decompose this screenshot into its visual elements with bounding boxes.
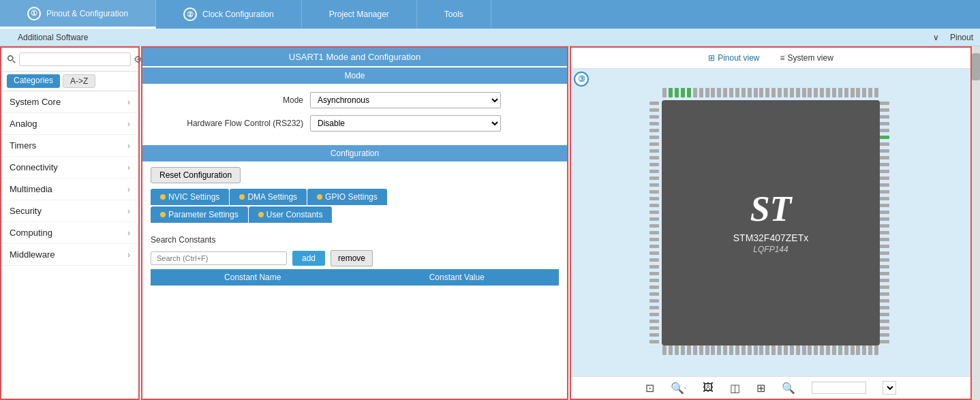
pin [880, 122, 889, 125]
reset-configuration-button[interactable]: Reset Configuration [151, 167, 241, 183]
pin [880, 320, 889, 323]
chevron-right-icon: › [127, 119, 130, 129]
toolbar-search-input[interactable] [812, 382, 866, 394]
pin [880, 292, 889, 296]
sidebar-item-security[interactable]: Security › [1, 200, 138, 222]
pin [649, 176, 659, 180]
pin [662, 345, 667, 355]
sidebar-item-middleware[interactable]: Middleware › [1, 244, 138, 266]
pin [649, 286, 659, 289]
pin [880, 136, 889, 139]
tab-dot-icon [258, 212, 264, 217]
pin [735, 88, 739, 97]
pin [687, 88, 691, 97]
flow-control-select[interactable]: Disable [310, 115, 501, 132]
pin [880, 258, 889, 262]
split-button[interactable]: ⊞ [756, 382, 765, 395]
pin [880, 163, 889, 166]
pin [880, 102, 889, 105]
search-icon [7, 55, 16, 64]
pin [754, 88, 758, 97]
top-tab-bar: ① Pinout & Configuration ② Clock Configu… [0, 0, 980, 29]
tab-tools[interactable]: Tools [417, 0, 491, 29]
secondary-tab-additional[interactable]: Additional Software [7, 31, 99, 44]
pin [649, 197, 659, 200]
pin [880, 238, 889, 241]
pin [880, 129, 889, 132]
pin [880, 272, 889, 275]
remove-button[interactable]: remove [331, 250, 373, 266]
sidebar-item-analog[interactable]: Analog › [1, 113, 138, 135]
pin [649, 115, 659, 119]
category-tab-categories[interactable]: Categories [7, 74, 60, 88]
pin [699, 345, 703, 355]
tab-nvic-settings[interactable]: NVIC Settings [151, 189, 229, 205]
pin [771, 88, 776, 97]
mode-select[interactable]: Asynchronous [310, 92, 501, 108]
pin [649, 340, 659, 343]
pin [814, 88, 818, 97]
search-row: add remove [142, 247, 567, 269]
pin [649, 149, 659, 153]
pin [754, 345, 758, 355]
sidebar-item-multimedia[interactable]: Multimedia › [1, 179, 138, 200]
main-layout: ⚙ Categories A->Z System Core › Analog ›… [0, 46, 980, 400]
chevron-right-icon: › [127, 163, 130, 172]
right-panel: ⊞ Pinout view ≡ System view ③ [570, 46, 972, 400]
pin [649, 129, 659, 132]
sidebar-item-timers[interactable]: Timers › [1, 135, 138, 157]
pin [649, 136, 659, 139]
pin [681, 345, 685, 355]
svg-point-0 [8, 56, 13, 61]
scrollbar-thumb[interactable] [972, 53, 980, 80]
configuration-section: Configuration Reset Configuration NVIC S… [142, 145, 567, 223]
zoom-out-button[interactable]: 🔍- [671, 382, 686, 395]
pin [880, 108, 889, 112]
pin [880, 265, 889, 268]
pin [675, 88, 679, 97]
secondary-tab-pinout[interactable]: ∨ Pinout [933, 33, 973, 42]
tab-dma-settings[interactable]: DMA Settings [230, 189, 307, 205]
toolbar-search-button[interactable]: 🔍 [782, 382, 795, 395]
pin [649, 292, 659, 296]
pin [649, 204, 659, 207]
pin [778, 345, 782, 355]
pin [874, 345, 878, 355]
category-tab-az[interactable]: A->Z [63, 74, 95, 88]
pin [862, 345, 866, 355]
pin [880, 231, 889, 234]
mode-row: Mode Asynchronous [153, 92, 556, 108]
layers-button[interactable]: ◫ [730, 382, 740, 395]
tab-parameter-settings[interactable]: Parameter Settings [151, 206, 248, 223]
sidebar-search-input[interactable] [19, 52, 131, 66]
zoom-fit-button[interactable]: ⊡ [645, 382, 654, 395]
pin [880, 217, 889, 221]
sidebar-item-computing[interactable]: Computing › [1, 222, 138, 244]
pin [880, 183, 889, 187]
sidebar-search-bar: ⚙ [1, 48, 138, 72]
tab-gpio-settings[interactable]: GPIO Settings [307, 189, 387, 205]
tab-user-constants[interactable]: User Constants [249, 206, 333, 223]
sidebar-item-system-core[interactable]: System Core › [1, 91, 138, 113]
search-constants-input[interactable] [151, 251, 287, 265]
toolbar-dropdown[interactable]: ▼ [883, 381, 896, 395]
screenshot-button[interactable]: 🖼 [703, 382, 714, 394]
tab-pinout-configuration[interactable]: ① Pinout & Configuration [0, 0, 156, 29]
add-button[interactable]: add [292, 251, 325, 266]
pin [880, 286, 889, 289]
pin [649, 142, 659, 146]
config-section-header: Configuration [142, 145, 567, 161]
pin [649, 108, 659, 112]
chevron-right-icon: › [127, 185, 130, 194]
pin [669, 88, 673, 97]
system-view-tab[interactable]: ≡ System view [780, 53, 833, 63]
constants-table-header: Constant Name Constant Value [151, 269, 559, 286]
category-tab-bar: Categories A->Z [1, 72, 138, 91]
pin [880, 156, 889, 159]
pin [832, 88, 836, 97]
sidebar-item-connectivity[interactable]: Connectivity › [1, 157, 138, 179]
pinout-view-tab[interactable]: ⊞ Pinout view [708, 53, 759, 63]
tab-clock-configuration[interactable]: ② Clock Configuration [156, 0, 302, 29]
tab-project-manager[interactable]: Project Manager [302, 0, 417, 29]
scrollbar[interactable] [972, 46, 980, 400]
